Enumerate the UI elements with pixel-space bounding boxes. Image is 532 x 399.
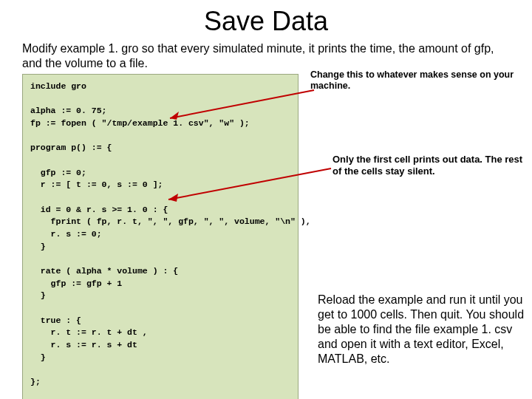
- note-change-path: Change this to whatever makes sense on y…: [310, 69, 517, 92]
- note-reload: Reload the example and run it until you …: [318, 293, 525, 366]
- page-title: Save Data: [22, 6, 510, 37]
- intro-text: Modify example 1. gro so that every simu…: [22, 41, 510, 71]
- slide: Save Data Modify example 1. gro so that …: [0, 0, 532, 399]
- note-first-cell: Only the first cell prints out data. The…: [332, 154, 525, 177]
- content-area: Change this to whatever makes sense on y…: [22, 74, 510, 399]
- code-block: include gro alpha := 0. 75; fp := fopen …: [22, 74, 299, 399]
